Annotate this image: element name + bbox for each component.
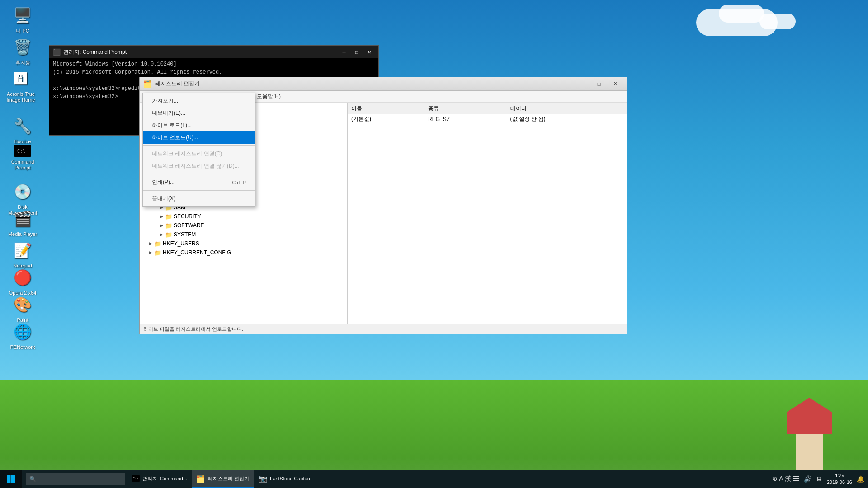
recycle-label: 휴지통 (15, 60, 30, 66)
taskbar-right: ⊕ A 漢 ☰ 🔊 🖥 4:29 2019-06-16 🔔 (769, 472, 868, 486)
desktop: 🖥️ 내 PC 🗑️ 휴지통 🅰 Acronis True Image Home… (0, 0, 868, 488)
desktop-icon-penet[interactable]: 🌐 PENetwork (5, 321, 41, 350)
tree-item-system[interactable]: ▶ 📁 SYSTEM (140, 230, 347, 239)
flower-row (0, 457, 868, 471)
menu-help[interactable]: 도움말(H) (253, 92, 284, 102)
house-body (796, 434, 823, 470)
val-type-0: REG_SZ (425, 114, 506, 124)
cmd-minimize-button[interactable]: ─ (339, 47, 349, 56)
cloud-2 (719, 5, 764, 23)
col-data: 데이터 (507, 103, 627, 114)
tree-label-swr: SOFTWARE (174, 222, 204, 229)
ctx-import[interactable]: 가져오기... (143, 95, 255, 107)
cmd-line-2: (c) 2015 Microsoft Corporation. All righ… (53, 68, 375, 76)
value-row-0: (기본값) REG_SZ (값 설정 안 됨) (348, 114, 627, 124)
cmd-titlebar-controls: ─ □ ✕ (339, 47, 375, 56)
taskbar-item-faststone[interactable]: 📷 FastStone Capture (254, 470, 316, 488)
acronis-icon: 🅰 (10, 68, 32, 89)
taskbar-start-button[interactable] (0, 470, 22, 488)
taskbar-item-regedit[interactable]: 🗂️ 레지스트리 편집기 (192, 470, 254, 488)
bootice-label: Bootice (14, 139, 31, 145)
svg-rect-2 (7, 479, 11, 483)
taskbar-item-cmd[interactable]: C:> 관리자: Command... (127, 470, 192, 488)
taskbar: 🔍 C:> 관리자: Command... 🗂️ 레지스트리 편집기 📷 Fas… (0, 470, 868, 488)
taskbar-cmd-icon: C:> (132, 475, 140, 482)
cmd-icon: C:\_ (14, 145, 31, 157)
tree-folder-swr: 📁 (165, 222, 172, 229)
regedit-titlebar-left: 🗂️ 레지스트리 편집기 (143, 80, 200, 88)
taskbar-faststone-label: FastStone Capture (270, 476, 311, 481)
ctx-load[interactable]: 하이브 로드(L)... (143, 119, 255, 131)
desktop-icon-cmd[interactable]: C:\_ Command Prompt (5, 145, 41, 171)
ctx-export[interactable]: 내보내기(E)... (143, 107, 255, 119)
desktop-icon-recycle[interactable]: 🗑️ 휴지통 (5, 36, 41, 66)
desktop-icon-media[interactable]: 🎬 Media Player (5, 208, 41, 237)
regedit-titlebar: 🗂️ 레지스트리 편집기 ─ □ ✕ (140, 77, 627, 91)
paint-icon: 🎨 (12, 294, 33, 315)
tree-folder-hkcc: 📁 (154, 249, 161, 256)
tree-label-hku: HKEY_USERS (163, 240, 199, 247)
tree-item-software-root[interactable]: ▶ 📁 SOFTWARE (140, 221, 347, 230)
tree-item-hkusers[interactable]: ▶ 📁 HKEY_USERS (140, 239, 347, 248)
speaker-icon[interactable]: 🔊 (804, 475, 811, 483)
penet-icon: 🌐 (12, 321, 33, 343)
ctx-print[interactable]: 인쇄(P)... Ctrl+P (143, 176, 255, 188)
desktop-icon-paint[interactable]: 🎨 Paint (5, 294, 41, 323)
ctx-sep-1 (143, 145, 255, 146)
regedit-minimize-button[interactable]: ─ (575, 78, 591, 90)
ctx-sep-3 (143, 190, 255, 191)
my-pc-icon: 🖥️ (12, 5, 33, 26)
taskbar-sep (23, 471, 23, 487)
regedit-title: 레지스트리 편집기 (155, 80, 200, 88)
ctx-unload[interactable]: 하이브 언로드(U)... (143, 131, 255, 144)
cmd-titlebar-left: ⬛ 관리자: Command Prompt (53, 48, 127, 56)
val-name-0: (기본값) (348, 114, 425, 124)
col-type: 종류 (425, 103, 506, 114)
ctx-import-label: 가져오기... (152, 97, 178, 105)
tree-arrow-hkcc: ▶ (147, 249, 154, 256)
desktop-icon-bootice[interactable]: 🔧 Bootice (5, 115, 41, 145)
ctx-exit-label: 끝내기(X) (152, 195, 175, 202)
tree-item-hkcc[interactable]: ▶ 📁 HKEY_CURRENT_CONFIG (140, 248, 347, 257)
windows-logo-icon (6, 474, 15, 483)
taskbar-cmd-label: 관리자: Command... (142, 475, 187, 482)
desktop-icon-acronis[interactable]: 🅰 Acronis True Image Home (3, 68, 39, 103)
taskbar-clock[interactable]: 4:29 2019-06-16 (827, 472, 852, 486)
ctx-print-shortcut: Ctrl+P (232, 180, 246, 185)
disk-icon: 💿 (12, 181, 33, 202)
desktop-icon-notepad[interactable]: 📝 Notepad (5, 239, 41, 269)
cmd-titlebar: ⬛ 관리자: Command Prompt ─ □ ✕ (49, 46, 378, 58)
tree-arrow-sys: ▶ (158, 231, 165, 238)
ctx-disconnect-label: 네트워크 레지스트리 연결 끊기(D)... (152, 162, 239, 170)
svg-rect-0 (7, 475, 11, 479)
bootice-icon: 🔧 (12, 115, 33, 137)
regedit-icon: 🗂️ (143, 80, 152, 88)
penet-label: PENetwork (10, 344, 35, 350)
notif-icons[interactable]: ⊕ A 漢 ☰ (772, 475, 799, 483)
cmd-line-1: Microsoft Windows [Version 10.0.10240] (53, 60, 375, 68)
tree-item-security[interactable]: ▶ 📁 SECURITY (140, 212, 347, 221)
desktop-icon-my-pc[interactable]: 🖥️ 내 PC (5, 5, 41, 34)
notification-button[interactable]: 🔔 (857, 475, 864, 483)
ctx-connect-label: 네트워크 레지스트리 연결(C)... (152, 150, 226, 158)
ground (0, 380, 868, 470)
ctx-exit[interactable]: 끝내기(X) (143, 192, 255, 205)
statusbar-text: 하이브 파일을 레지스트리에서 언로드합니다. (143, 326, 243, 333)
cmd-close-button[interactable]: ✕ (364, 47, 375, 56)
cmd-title: 관리자: Command Prompt (63, 48, 127, 56)
network-icon[interactable]: 🖥 (816, 475, 822, 483)
ctx-disconnect-reg: 네트워크 레지스트리 연결 끊기(D)... (143, 160, 255, 172)
tree-arrow-hku: ▶ (147, 240, 154, 247)
regedit-titlebar-controls: ─ □ ✕ (575, 78, 623, 90)
tree-label-sec: SECURITY (174, 213, 201, 220)
regedit-close-button[interactable]: ✕ (607, 78, 623, 90)
recycle-icon: 🗑️ (12, 36, 33, 58)
col-name: 이름 (348, 103, 425, 114)
ctx-load-label: 하이브 로드(L)... (152, 122, 192, 129)
clock-time: 4:29 (827, 472, 852, 479)
desktop-icon-opera[interactable]: 🔴 Opera 2 x64 (5, 267, 41, 296)
ctx-sep-2 (143, 174, 255, 174)
cmd-maximize-button[interactable]: □ (351, 47, 362, 56)
regedit-maximize-button[interactable]: □ (591, 78, 607, 90)
taskbar-search-box[interactable]: 🔍 (26, 473, 125, 485)
